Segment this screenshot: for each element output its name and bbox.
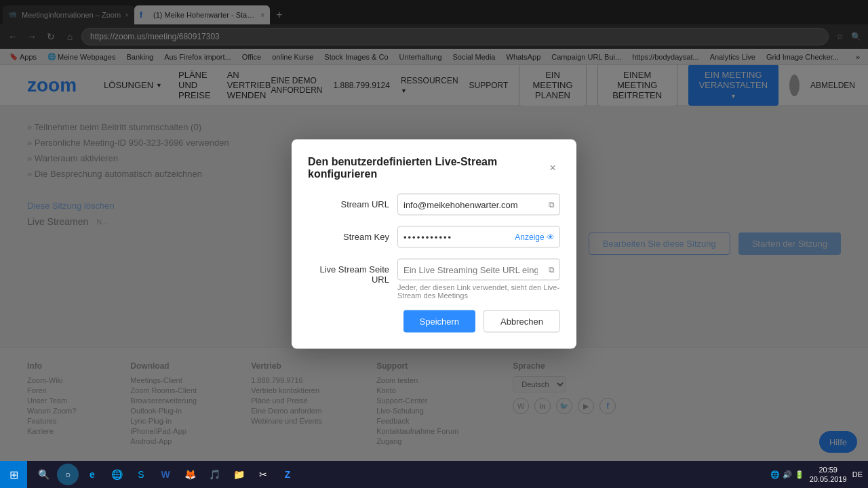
- live-stream-page-url-helper: Jeder, der diesen Link verwendet, sieht …: [397, 283, 560, 300]
- systray-battery: 🔋: [795, 470, 804, 479]
- stream-key-row: Stream Key Anzeige 👁: [308, 226, 560, 248]
- taskbar-chrome[interactable]: 🌐: [106, 464, 127, 485]
- dialog-actions: Speichern Abbrechen: [308, 310, 560, 333]
- taskbar-firefox[interactable]: 🦊: [179, 464, 201, 485]
- systray-network: 🌐: [770, 470, 780, 479]
- dialog-close-button[interactable]: ×: [545, 160, 560, 176]
- taskbar-icons: 🔍 ○ e 🌐 S W 🦊 🎵 📁 ✂ Z: [27, 464, 304, 485]
- live-stream-page-url-input-wrapper: ⧉: [397, 259, 560, 281]
- language-indicator: DE: [852, 470, 863, 479]
- system-tray: 🌐 🔊 🔋: [770, 470, 804, 479]
- show-password-toggle[interactable]: Anzeige 👁: [515, 232, 555, 242]
- stream-key-field: Anzeige 👁: [397, 226, 560, 248]
- cancel-button[interactable]: Abbrechen: [484, 310, 560, 333]
- stream-url-row: Stream URL ⧉: [308, 194, 560, 216]
- taskbar-clock: 20:59 20.05.2019: [810, 465, 847, 485]
- start-button[interactable]: ⊞: [0, 461, 27, 488]
- dialog-title: Den benutzerdefinierten Live-Stream konf…: [308, 156, 545, 180]
- stream-key-label: Stream Key: [308, 226, 389, 242]
- stream-url-input[interactable]: [397, 194, 560, 216]
- stream-url-label: Stream URL: [308, 194, 389, 209]
- taskbar-winamp[interactable]: 🎵: [203, 464, 225, 485]
- stream-url-field: ⧉: [397, 194, 560, 216]
- taskbar-skype[interactable]: S: [130, 464, 152, 485]
- taskbar-zoom[interactable]: Z: [277, 464, 298, 485]
- stream-url-copy-icon[interactable]: ⧉: [549, 200, 555, 209]
- systray-volume: 🔊: [783, 470, 792, 479]
- live-stream-page-url-copy-icon[interactable]: ⧉: [549, 265, 555, 274]
- stream-url-input-wrapper: ⧉: [397, 194, 560, 216]
- live-stream-page-url-field: ⧉ Jeder, der diesen Link verwendet, sieh…: [397, 259, 560, 300]
- configure-livestream-dialog: Den benutzerdefinierten Live-Stream konf…: [292, 140, 576, 349]
- taskbar-filemanager[interactable]: 📁: [228, 464, 250, 485]
- save-button[interactable]: Speichern: [403, 310, 476, 333]
- clock-time: 20:59: [810, 465, 847, 474]
- taskbar-word[interactable]: W: [155, 464, 176, 485]
- live-stream-page-url-row: Live Stream Seite URL ⧉ Jeder, der diese…: [308, 259, 560, 300]
- live-stream-page-url-input[interactable]: [397, 259, 560, 281]
- stream-key-input-wrapper: Anzeige 👁: [397, 226, 560, 248]
- dialog-header: Den benutzerdefinierten Live-Stream konf…: [308, 156, 560, 180]
- clock-date: 20.05.2019: [810, 474, 847, 484]
- live-stream-page-url-label: Live Stream Seite URL: [308, 259, 389, 285]
- taskbar-cortana[interactable]: ○: [57, 464, 79, 485]
- taskbar-snagit[interactable]: ✂: [252, 464, 274, 485]
- taskbar-right: 🌐 🔊 🔋 20:59 20.05.2019 DE: [770, 465, 868, 485]
- taskbar-edge[interactable]: e: [81, 464, 103, 485]
- taskbar: ⊞ 🔍 ○ e 🌐 S W 🦊 🎵 📁 ✂ Z 🌐 🔊 🔋 20:59 20.0…: [0, 461, 868, 488]
- taskbar-search[interactable]: 🔍: [33, 464, 54, 485]
